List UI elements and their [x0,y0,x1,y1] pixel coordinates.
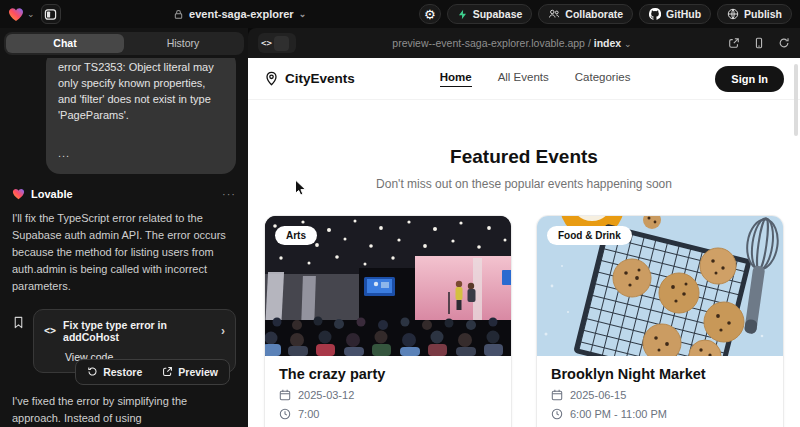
event-card-arts[interactable]: Arts The crazy party 2025-03-12 [264,215,512,427]
preview-version-button[interactable]: Preview [153,362,227,382]
supabase-button[interactable]: Supabase [447,4,533,24]
category-badge: Food & Drink [547,226,632,245]
calendar-icon [551,389,563,401]
restore-icon [87,366,98,377]
fix-card-title: Fix type type error in addCoHost [63,319,214,343]
restore-button[interactable]: Restore [78,362,151,382]
lovable-logo-button[interactable]: ⌄ [8,7,35,22]
category-badge: Arts [275,226,317,245]
event-date-row: 2025-03-12 [279,389,497,401]
event-time: 7:00 [298,408,319,420]
mobile-view-button[interactable] [753,37,765,49]
lovable-heart-icon [12,188,25,200]
supabase-label: Supabase [473,8,523,20]
toggle-knob [274,36,289,51]
collaborate-label: Collaborate [565,8,623,20]
project-zone: event-saga-explorer ⌄ [67,8,413,20]
chevron-down-icon: ⌄ [299,10,307,19]
assistant-name: Lovable [31,188,216,200]
user-message-bubble: error TS2353: Object literal may only sp… [46,58,236,174]
calendar-icon [279,389,291,401]
url-host: preview--event-saga-explorer.lovable.app… [392,37,590,49]
event-card-food-drink[interactable]: Food & Drink Brooklyn Night Market 2025-… [536,215,784,427]
preview-pane: <> preview--event-saga-explorer.lovable.… [248,28,800,427]
sign-in-button[interactable]: Sign In [715,66,784,92]
chevron-down-icon: ⌄ [624,39,632,49]
event-time-row: 6:00 PM - 11:00 PM [551,408,769,420]
code-icon: <> [261,38,272,48]
featured-subheading: Don't miss out on these popular events h… [248,177,800,191]
tab-chat[interactable]: Chat [6,34,124,53]
chevron-right-icon: › [221,324,225,338]
github-icon [649,8,661,20]
project-menu-button[interactable]: event-saga-explorer ⌄ [173,8,306,20]
topbar-actions: ⚙ Supabase Collaborate GitHub [419,4,792,24]
open-in-new-tab-button[interactable] [728,37,740,49]
preview-controls [728,37,790,49]
publish-label: Publish [744,8,782,20]
github-button[interactable]: GitHub [639,4,711,24]
nav-home[interactable]: Home [440,71,472,87]
globe-icon [727,8,739,20]
event-photo-cookies: Food & Drink [537,216,783,356]
chat-tabs-wrap: Chat History [0,28,248,58]
tab-history[interactable]: History [124,34,242,53]
event-photo-conference: Arts [265,216,511,356]
code-icon: <> [44,325,56,336]
app-topbar: ⌄ event-saga-explorer ⌄ ⚙ [0,0,800,28]
lock-icon [173,9,184,20]
bookmark-icon[interactable] [12,316,25,329]
event-title: Brooklyn Night Market [551,366,769,382]
lovable-heart-icon [8,7,24,22]
site-nav: Home All Events Categories [440,71,631,87]
settings-button[interactable]: ⚙ [419,4,441,24]
event-date: 2025-03-12 [298,389,354,401]
nav-all-events[interactable]: All Events [498,71,549,87]
featured-heading: Featured Events [248,146,800,168]
sidebar-toggle-button[interactable] [41,4,61,24]
github-label: GitHub [666,8,701,20]
clock-icon [551,408,563,420]
typing-indicator: ... [58,146,224,162]
external-link-icon [162,366,173,377]
featured-section-header: Featured Events Don't miss out on these … [248,146,800,191]
preview-label: Preview [178,366,218,378]
people-icon [548,8,560,20]
site-viewport: CityEvents Home All Events Categories Si… [248,58,800,427]
chat-panel: Chat History error TS2353: Object litera… [0,28,248,427]
summary-part: I've fixed the error by simplifying the … [12,395,187,424]
map-pin-icon [264,71,279,86]
event-time: 6:00 PM - 11:00 PM [570,408,667,420]
assistant-header: Lovable ··· [12,188,236,200]
clock-icon [279,408,291,420]
supabase-bolt-icon [457,9,468,20]
event-cards: Arts The crazy party 2025-03-12 [248,215,800,427]
chat-messages: error TS2353: Object literal may only sp… [0,58,248,427]
gear-icon: ⚙ [424,7,436,22]
site-scrollbar[interactable] [794,64,798,136]
nav-categories[interactable]: Categories [575,71,631,87]
message-menu-button[interactable]: ··· [222,188,236,200]
event-date: 2025-06-15 [570,389,626,401]
publish-button[interactable]: Publish [717,4,792,24]
event-card-body: Brooklyn Night Market 2025-06-15 [537,356,783,427]
assistant-summary-text: I've fixed the error by simplifying the … [12,393,236,427]
code-view-toggle[interactable]: <> [258,33,296,53]
user-message-text: error TS2353: Object literal may only sp… [58,60,224,124]
assistant-intro-text: I'll fix the TypeScript error related to… [12,210,236,295]
site-brand[interactable]: CityEvents [264,71,355,86]
panel-toggle-icon [44,8,57,21]
url-page: index [594,37,621,49]
collaborate-button[interactable]: Collaborate [538,4,633,24]
fix-row: <> Fix type type error in addCoHost › Vi… [12,309,236,373]
refresh-button[interactable] [778,37,790,49]
brand-name: CityEvents [285,71,355,86]
chat-tabs: Chat History [4,32,244,55]
restore-label: Restore [103,366,142,378]
project-name: event-saga-explorer [189,8,294,20]
chevron-down-icon: ⌄ [27,10,35,19]
preview-url[interactable]: preview--event-saga-explorer.lovable.app… [296,37,728,49]
event-date-row: 2025-06-15 [551,389,769,401]
site-header: CityEvents Home All Events Categories Si… [248,58,800,100]
event-time-row: 7:00 [279,408,497,420]
